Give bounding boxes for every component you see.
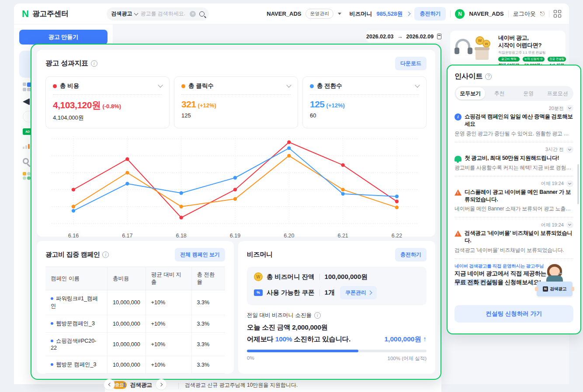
metric-card-0[interactable]: 총 비용4,103,120원(-0.8%)4,104,000원: [45, 76, 170, 128]
page-number[interactable]: 2: [134, 382, 137, 388]
metric-previous-value: 125: [181, 112, 291, 119]
wrench-icon: [23, 158, 29, 164]
data-point[interactable]: [395, 199, 399, 203]
chevron-down-icon[interactable]: [566, 180, 573, 187]
create-ad-button[interactable]: 광고 만들기: [19, 30, 108, 45]
next-page-button[interactable]: [156, 379, 167, 390]
data-point[interactable]: [125, 171, 129, 174]
data-point[interactable]: [395, 195, 399, 198]
date-range-picker[interactable]: 2026.02.03 → 2026.02.09: [366, 31, 441, 42]
data-point[interactable]: [72, 188, 75, 191]
promo-banner[interactable]: W W 네이버 광고,시작이 어렵다면? 직접운영광고주 1:1 무료 컨설팅 …: [450, 31, 566, 65]
chevron-down-icon[interactable]: [158, 83, 163, 87]
store-icon: [475, 49, 489, 60]
data-point[interactable]: [125, 157, 129, 161]
logout-button[interactable]: 로그아웃: [513, 10, 536, 18]
chevron-down-icon: [134, 11, 139, 15]
help-icon[interactable]: ?: [485, 73, 492, 80]
clear-search-icon[interactable]: ×: [190, 11, 196, 17]
table-cell: 쇼핑검색#PC20-22: [45, 333, 108, 356]
table-row[interactable]: 웹방문 캠페인_310,000,000+10%3.3%: [45, 356, 225, 374]
chevron-down-icon[interactable]: [566, 221, 573, 228]
data-point[interactable]: [287, 154, 291, 158]
metric-value: 321: [181, 99, 196, 109]
search-category-select[interactable]: 검색광고: [111, 10, 132, 17]
page-number[interactable]: 1: [123, 382, 126, 388]
item-body: 광고비를 사용할수록 커지는 혜택! 지금 바로 경험해보세요: [455, 164, 573, 172]
metric-card-2[interactable]: 총 전환수125(+12%)60: [302, 76, 427, 128]
page-number[interactable]: 3: [145, 382, 148, 388]
bizmoney-amount-link[interactable]: 985,528원: [376, 10, 403, 18]
item-title: 쇼핑검색 캠페인의 일일 예산 증액을 검토해보세요: [465, 113, 573, 128]
chevron-down-icon[interactable]: [286, 83, 291, 87]
campaign-dot: [51, 363, 53, 366]
compare-text: 어제보다 100% 소진하고 있습니다.: [247, 335, 350, 344]
insight-tab-1[interactable]: 추천: [485, 87, 514, 100]
view-all-campaigns-button[interactable]: 전체 캠페인 보기: [175, 248, 225, 261]
bizmoney-title: 비즈머니: [247, 251, 272, 259]
bizmoney-charge-button[interactable]: 충전하기: [395, 248, 427, 261]
data-point[interactable]: [72, 209, 75, 213]
naver-logo[interactable]: N: [22, 8, 29, 20]
consulting-apply-button[interactable]: 컨설팅 신청하러 가기: [455, 305, 573, 323]
info-icon[interactable]: i: [102, 251, 109, 258]
metric-card-1[interactable]: 총 클릭수321(+12%)125: [174, 76, 298, 128]
insight-title: 인사이트: [455, 72, 482, 81]
insight-tab-2[interactable]: 운영: [514, 87, 543, 100]
insight-item[interactable]: 어제 19:24디스플레이 광고 네이버몰 메인 Banner 가 보류되었습니…: [455, 176, 573, 218]
header-charge-button[interactable]: 충전하기: [414, 7, 446, 21]
chevron-right-icon[interactable]: [406, 12, 411, 16]
data-point[interactable]: [341, 192, 344, 196]
x-axis-label: 6.18: [176, 233, 186, 239]
data-point[interactable]: [233, 188, 237, 191]
data-point[interactable]: [179, 216, 183, 219]
apps-grid-icon[interactable]: [554, 10, 561, 17]
report-chart-icon: [23, 144, 31, 149]
data-point[interactable]: [125, 182, 129, 186]
x-axis-label: 6.19: [230, 233, 240, 239]
chevron-down-icon[interactable]: [566, 105, 573, 112]
balance-value: 100,000,000원: [325, 273, 368, 281]
chevron-down-icon[interactable]: [415, 83, 420, 87]
account-dropdown-icon[interactable]: [338, 13, 341, 15]
coupon-count: 1개: [325, 289, 335, 297]
data-point[interactable]: [179, 205, 183, 208]
search-bar[interactable]: 검색광고 광고를 검색하세요. ×: [107, 7, 209, 21]
info-icon[interactable]: i: [314, 312, 321, 319]
scrollbar-thumb[interactable]: [577, 164, 579, 204]
data-point[interactable]: [233, 197, 237, 201]
coupon-manage-button[interactable]: 쿠폰관리: [340, 286, 377, 299]
prev-page-button[interactable]: [104, 379, 115, 390]
download-button[interactable]: 다운로드: [395, 57, 427, 70]
table-row[interactable]: 쇼핑검색#PC20-2210,000,000+10%3.3%: [45, 333, 225, 356]
bizmoney-label: 비즈머니: [349, 10, 372, 18]
data-point[interactable]: [287, 141, 291, 144]
search-input[interactable]: 광고를 검색하세요.: [140, 10, 190, 17]
table-cell: +10%: [146, 290, 191, 315]
dashboard-icon: [23, 83, 31, 91]
x-axis-label: 6.22: [392, 233, 402, 239]
item-timestamp: 어제 19:24: [541, 180, 564, 187]
insight-item[interactable]: 3시간 전첫 광고비, 최대 50만원 지원해드립니다!광고비를 사용할수록 커…: [455, 142, 573, 176]
logout-icon[interactable]: ⎋: [540, 10, 545, 17]
search-icon[interactable]: [199, 11, 205, 17]
data-point[interactable]: [341, 188, 344, 191]
chevron-down-icon[interactable]: [566, 146, 573, 153]
insight-item[interactable]: 20분전i쇼핑검색 캠페인의 일일 예산 증액을 검토해보세요운영 중인 광고가…: [455, 101, 573, 142]
data-point[interactable]: [233, 176, 237, 179]
table-row[interactable]: 파워링크#1_캠페인10,000,000+10%3.3%: [45, 290, 225, 315]
data-point[interactable]: [179, 191, 183, 195]
calendar-icon[interactable]: [437, 34, 441, 39]
table-cell: 파워링크#1_캠페인: [45, 290, 108, 315]
data-point[interactable]: [287, 146, 291, 150]
info-icon[interactable]: i: [91, 60, 97, 67]
table-row[interactable]: 웹방문캠페인_310,000,000+10%3.3%: [45, 315, 225, 333]
data-point[interactable]: [72, 205, 75, 208]
data-point[interactable]: [341, 163, 344, 167]
insight-tab-0[interactable]: 모두보기: [456, 87, 485, 100]
profile-avatar[interactable]: N: [455, 9, 465, 19]
insight-tab-3[interactable]: 프로모션: [543, 87, 573, 100]
coin-icon: W: [482, 40, 490, 48]
insight-item[interactable]: 어제 19:24검색광고 '네이버몰' 비즈채널이 보류되었습니다.검색광고 '…: [455, 217, 573, 259]
data-point[interactable]: [395, 206, 399, 209]
